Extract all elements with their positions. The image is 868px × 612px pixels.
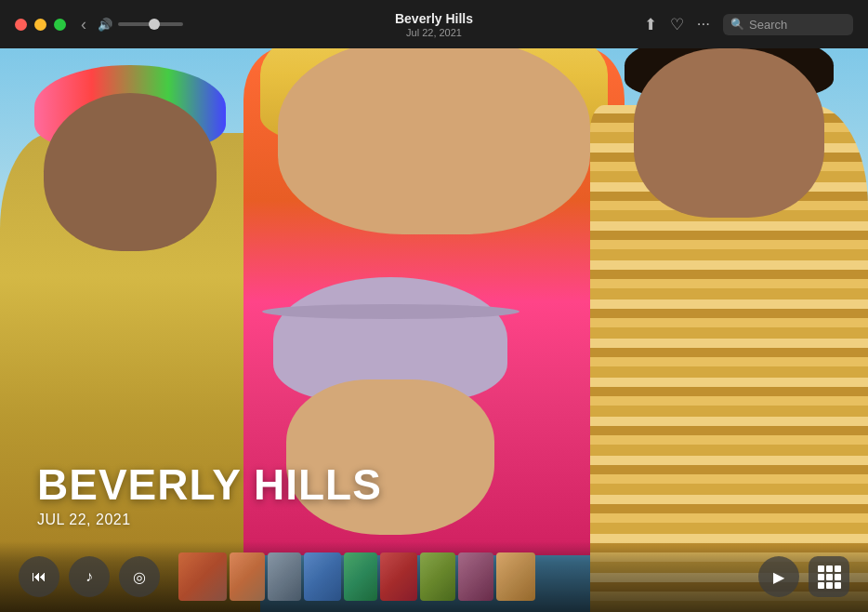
controls-bar: ⏮ ♪ ◎ ▶ bbox=[0, 541, 868, 612]
volume-icon: 🔊 bbox=[98, 18, 112, 32]
thumbnail-2[interactable] bbox=[230, 552, 265, 601]
filter-icon: ◎ bbox=[133, 568, 146, 586]
thumbnail-6[interactable] bbox=[380, 552, 417, 601]
volume-control: 🔊 bbox=[98, 18, 183, 32]
skip-back-icon: ⏮ bbox=[32, 568, 46, 585]
close-button[interactable] bbox=[15, 19, 27, 31]
thumbnail-3[interactable] bbox=[268, 552, 301, 601]
play-icon: ▶ bbox=[773, 568, 784, 586]
thumbnail-8[interactable] bbox=[458, 552, 493, 601]
thumbnail-1[interactable] bbox=[178, 552, 227, 601]
titlebar-right: ⬆ ♡ ··· 🔍 Search bbox=[644, 14, 853, 35]
window-title: Beverly Hills bbox=[395, 11, 473, 26]
thumbnail-9[interactable] bbox=[496, 552, 535, 601]
grid-view-button[interactable] bbox=[809, 556, 849, 597]
more-icon[interactable]: ··· bbox=[697, 15, 710, 33]
skip-back-button[interactable]: ⏮ bbox=[19, 556, 59, 597]
titlebar: ‹ 🔊 Beverly Hills Jul 22, 2021 ⬆ ♡ ··· 🔍… bbox=[0, 0, 868, 48]
album-title: BEVERLY HILLS bbox=[37, 463, 382, 506]
music-note-icon: ♪ bbox=[85, 568, 93, 585]
heart-icon[interactable]: ♡ bbox=[670, 15, 684, 34]
grid-icon bbox=[818, 565, 841, 589]
search-box[interactable]: 🔍 Search bbox=[723, 14, 853, 35]
minimize-button[interactable] bbox=[34, 19, 46, 31]
thumbnail-7[interactable] bbox=[420, 552, 455, 601]
window-controls bbox=[15, 19, 66, 31]
person-center-face bbox=[278, 48, 590, 234]
share-icon[interactable]: ⬆ bbox=[644, 15, 657, 34]
search-input[interactable]: Search bbox=[749, 18, 787, 32]
person-left-face bbox=[44, 93, 217, 251]
filter-button[interactable]: ◎ bbox=[119, 556, 160, 597]
music-button[interactable]: ♪ bbox=[69, 556, 110, 597]
window-subtitle: Jul 22, 2021 bbox=[395, 27, 473, 38]
maximize-button[interactable] bbox=[54, 19, 66, 31]
person-right-face bbox=[634, 48, 824, 218]
main-photo-area: BEVERLY HILLS JUL 22, 2021 ⏮ ♪ ◎ bbox=[0, 48, 868, 612]
back-button[interactable]: ‹ bbox=[81, 15, 86, 34]
titlebar-center: Beverly Hills Jul 22, 2021 bbox=[395, 11, 473, 38]
album-date: JUL 22, 2021 bbox=[37, 512, 382, 528]
thumbnail-5[interactable] bbox=[344, 552, 377, 601]
volume-thumb bbox=[149, 19, 160, 30]
thumbnail-4[interactable] bbox=[304, 552, 341, 601]
search-icon: 🔍 bbox=[730, 18, 744, 31]
play-button[interactable]: ▶ bbox=[758, 556, 799, 597]
volume-slider[interactable] bbox=[118, 22, 183, 26]
hat-brim bbox=[262, 304, 519, 319]
photo-text-overlay: BEVERLY HILLS JUL 22, 2021 bbox=[37, 463, 382, 528]
thumbnails-strip bbox=[178, 551, 740, 603]
